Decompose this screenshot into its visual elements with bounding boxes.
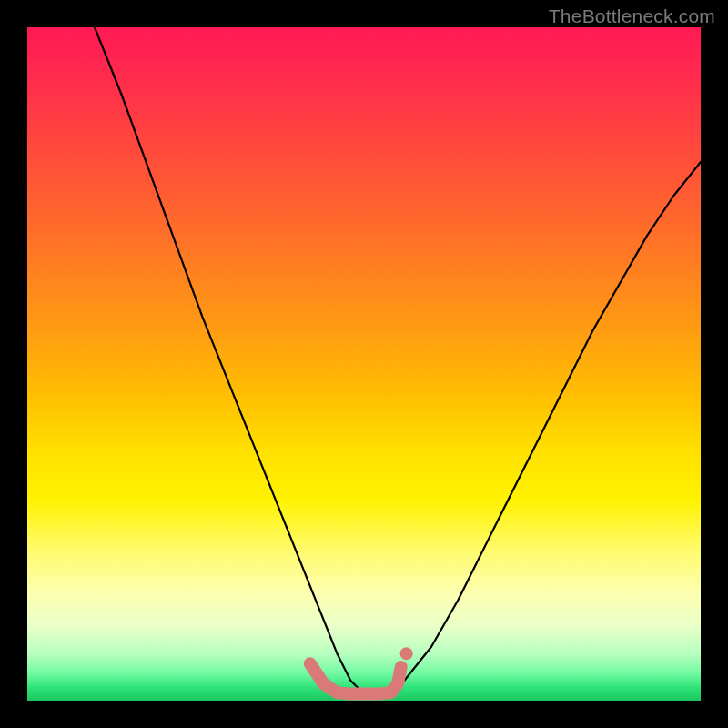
flat-bottom-marker <box>310 663 401 693</box>
watermark-text: TheBottleneck.com <box>549 5 715 27</box>
flat-bottom-marker-end-dot <box>400 647 413 660</box>
chart-frame: TheBottleneck.com <box>0 0 728 728</box>
chart-svg <box>27 27 701 701</box>
plot-area <box>27 27 701 701</box>
bottleneck-curve <box>95 27 701 694</box>
